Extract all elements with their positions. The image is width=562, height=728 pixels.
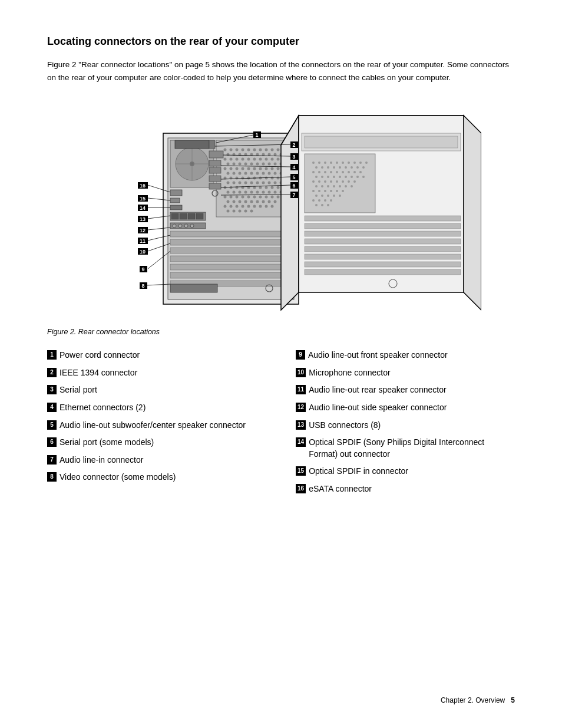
- svg-point-125: [274, 200, 277, 203]
- svg-rect-173: [170, 284, 217, 292]
- svg-point-139: [250, 210, 253, 213]
- svg-point-237: [330, 190, 332, 192]
- svg-point-85: [274, 182, 277, 185]
- svg-point-107: [224, 196, 227, 199]
- svg-rect-147: [170, 198, 180, 203]
- svg-rect-164: [170, 272, 294, 278]
- connector-label: Audio line-out side speaker connector: [309, 402, 510, 414]
- connector-item: 14Optical SPDIF (Sony Philips Digital In…: [296, 434, 515, 463]
- svg-point-111: [247, 196, 250, 199]
- svg-rect-253: [305, 223, 461, 229]
- svg-rect-256: [305, 246, 461, 252]
- svg-text:6: 6: [292, 183, 295, 189]
- svg-point-69: [242, 177, 244, 180]
- svg-point-199: [356, 166, 359, 169]
- svg-point-239: [342, 190, 344, 192]
- svg-point-61: [256, 172, 259, 175]
- svg-point-221: [324, 180, 326, 183]
- svg-point-3: [224, 149, 227, 151]
- connector-item: 2IEEE 1394 connector: [47, 364, 260, 382]
- chapter-text: Chapter 2. Overview: [441, 696, 505, 704]
- svg-point-133: [265, 205, 268, 208]
- svg-point-41: [262, 163, 265, 166]
- svg-point-63: [268, 172, 271, 175]
- svg-point-52: [265, 167, 268, 170]
- svg-point-247: [324, 199, 326, 202]
- svg-point-231: [339, 185, 341, 187]
- svg-point-119: [239, 200, 242, 203]
- connector-item: 1Power cord connector: [47, 347, 260, 364]
- svg-point-209: [359, 171, 362, 173]
- computer-diagram: .comp { fill: none; stroke: #000; stroke…: [81, 98, 481, 322]
- svg-point-220: [318, 180, 320, 183]
- svg-point-97: [227, 191, 230, 194]
- svg-point-203: [324, 171, 326, 173]
- connector-label: Optical SPDIF (Sony Philips Digital Inte…: [309, 437, 510, 460]
- connector-label: Audio line-out rear speaker connector: [309, 384, 510, 396]
- svg-rect-161: [170, 248, 294, 253]
- svg-point-226: [353, 180, 356, 183]
- svg-point-130: [247, 205, 250, 208]
- connector-item: 15Optical SPDIF in connector: [296, 463, 515, 480]
- svg-point-28: [247, 158, 250, 161]
- svg-point-4: [230, 149, 233, 151]
- svg-point-212: [327, 176, 329, 178]
- svg-point-113: [259, 196, 262, 199]
- svg-point-60: [250, 172, 253, 175]
- connector-badge: 7: [47, 455, 57, 465]
- connector-badge: 5: [47, 420, 57, 430]
- svg-point-48: [242, 167, 244, 170]
- connector-label: IEEE 1394 connector: [59, 367, 256, 379]
- svg-point-240: [315, 195, 318, 197]
- connector-label: Audio line-in connector: [59, 454, 256, 466]
- svg-point-204: [330, 171, 332, 173]
- svg-point-210: [315, 176, 318, 178]
- svg-point-20: [262, 153, 265, 156]
- svg-point-11: [271, 149, 274, 151]
- svg-point-189: [353, 162, 356, 164]
- svg-rect-169: [209, 167, 221, 173]
- svg-point-249: [315, 204, 318, 206]
- svg-point-193: [321, 166, 323, 169]
- svg-point-36: [233, 163, 236, 166]
- svg-point-53: [271, 167, 274, 170]
- svg-point-244: [339, 195, 341, 197]
- svg-point-56: [227, 172, 230, 175]
- svg-point-245: [312, 199, 315, 202]
- svg-text:15: 15: [140, 196, 146, 202]
- svg-point-185: [330, 162, 332, 164]
- svg-point-229: [327, 185, 329, 187]
- svg-point-200: [362, 166, 365, 169]
- connector-badge: 3: [47, 385, 57, 394]
- svg-point-35: [227, 163, 230, 166]
- svg-point-38: [244, 163, 247, 166]
- svg-point-238: [336, 190, 338, 192]
- svg-point-208: [353, 171, 356, 173]
- svg-point-236: [324, 190, 326, 192]
- svg-point-227: [315, 185, 318, 187]
- svg-point-32: [271, 158, 274, 161]
- svg-point-62: [262, 172, 265, 175]
- svg-point-156: [178, 224, 182, 228]
- svg-point-105: [274, 191, 277, 194]
- connector-badge: 10: [296, 368, 306, 377]
- connector-label: Serial port (some models): [59, 437, 256, 449]
- svg-point-192: [315, 166, 318, 169]
- connector-badge: 1: [47, 350, 57, 360]
- svg-rect-163: [170, 264, 294, 270]
- svg-point-99: [239, 191, 242, 194]
- svg-point-6: [242, 149, 244, 151]
- svg-point-219: [312, 180, 315, 183]
- connector-item: 11Audio line-out rear speaker connector: [296, 381, 515, 399]
- svg-point-90: [242, 186, 244, 189]
- svg-point-58: [239, 172, 242, 175]
- page-title: Locating connectors on the rear of your …: [47, 35, 515, 48]
- svg-point-228: [321, 185, 323, 187]
- connector-item: 6Serial port (some models): [47, 434, 260, 452]
- svg-point-235: [318, 190, 320, 192]
- right-connectors: 9Audio line-out front speaker connector1…: [290, 347, 515, 498]
- svg-point-31: [265, 158, 268, 161]
- svg-rect-170: [209, 176, 221, 182]
- svg-point-198: [351, 166, 353, 169]
- connector-badge: 14: [296, 437, 306, 447]
